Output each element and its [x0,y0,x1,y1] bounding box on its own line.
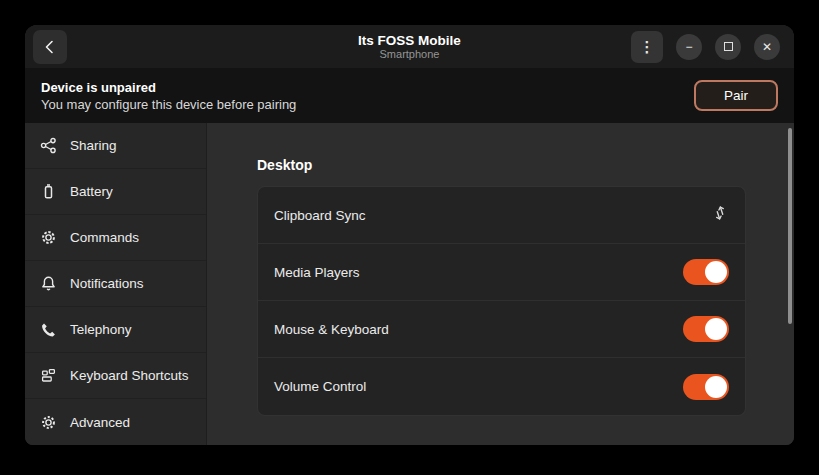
gear-icon [40,414,57,431]
plugin-card: Clipboard Sync Media Players [257,186,746,416]
keyboard-icon [40,367,57,384]
share-icon [40,137,57,154]
titlebar: Its FOSS Mobile Smartphone ⋮ − ✕ [25,25,794,68]
banner-title: Device is unpaired [41,79,296,96]
minimize-button[interactable]: − [676,34,702,60]
sidebar-item-commands[interactable]: Commands [25,215,206,261]
row-label: Mouse & Keyboard [274,322,389,337]
volume-control-toggle[interactable] [683,374,729,400]
back-button[interactable] [33,30,67,64]
phone-icon [40,321,57,338]
row-label: Volume Control [274,379,366,394]
bell-icon [40,275,57,292]
menu-button[interactable]: ⋮ [631,31,663,63]
pair-button[interactable]: Pair [694,80,778,111]
row-label: Media Players [274,265,360,280]
mouse-keyboard-toggle[interactable] [683,316,729,342]
sidebar-item-label: Advanced [70,415,130,430]
window-subtitle: Smartphone [380,48,440,61]
minimize-icon: − [685,40,692,54]
sidebar-item-advanced[interactable]: Advanced [25,399,206,445]
media-players-toggle[interactable] [683,259,729,285]
gear-icon [40,229,57,246]
toggle-knob [705,318,727,340]
sidebar-item-keyboard-shortcuts[interactable]: Keyboard Shortcuts [25,353,206,399]
sidebar-item-label: Battery [70,184,113,199]
pairing-banner: Device is unpaired You may configure thi… [25,68,794,123]
banner-subtitle: You may configure this device before pai… [41,96,296,113]
close-icon: ✕ [762,40,772,54]
toggle-knob [705,376,727,398]
plugin-settings-pane: Desktop Clipboard Sync Media Pl [207,123,794,445]
sidebar-item-notifications[interactable]: Notifications [25,261,206,307]
sidebar-item-sharing[interactable]: Sharing [25,123,206,169]
sidebar-item-label: Notifications [70,276,144,291]
sidebar-item-label: Telephony [70,322,132,337]
battery-icon [40,183,57,200]
vertical-ellipsis-icon: ⋮ [640,38,655,56]
row-volume-control: Volume Control [258,358,745,415]
maximize-button[interactable] [715,34,741,60]
sidebar-item-label: Keyboard Shortcuts [70,368,189,383]
window-title: Its FOSS Mobile [358,33,461,48]
row-clipboard-sync[interactable]: Clipboard Sync [258,187,745,244]
row-mouse-keyboard: Mouse & Keyboard [258,301,745,358]
section-title: Desktop [257,157,770,173]
sidebar: Sharing Battery Commands [25,123,207,445]
scrollbar-thumb[interactable] [788,128,792,324]
sidebar-item-battery[interactable]: Battery [25,169,206,215]
sidebar-item-telephony[interactable]: Telephony [25,307,206,353]
titlebar-controls: ⋮ − ✕ [631,31,780,63]
chevron-left-icon [41,38,59,56]
row-label: Clipboard Sync [274,208,366,223]
sync-arrows-icon [711,204,729,226]
close-button[interactable]: ✕ [754,34,780,60]
row-media-players: Media Players [258,244,745,301]
maximize-icon [724,42,733,51]
banner-text: Device is unpaired You may configure thi… [41,79,296,113]
toggle-knob [705,261,727,283]
sidebar-item-label: Commands [70,230,139,245]
window-body: Sharing Battery Commands [25,123,794,445]
app-window: Its FOSS Mobile Smartphone ⋮ − ✕ Device … [25,25,794,445]
sidebar-item-label: Sharing [70,138,117,153]
